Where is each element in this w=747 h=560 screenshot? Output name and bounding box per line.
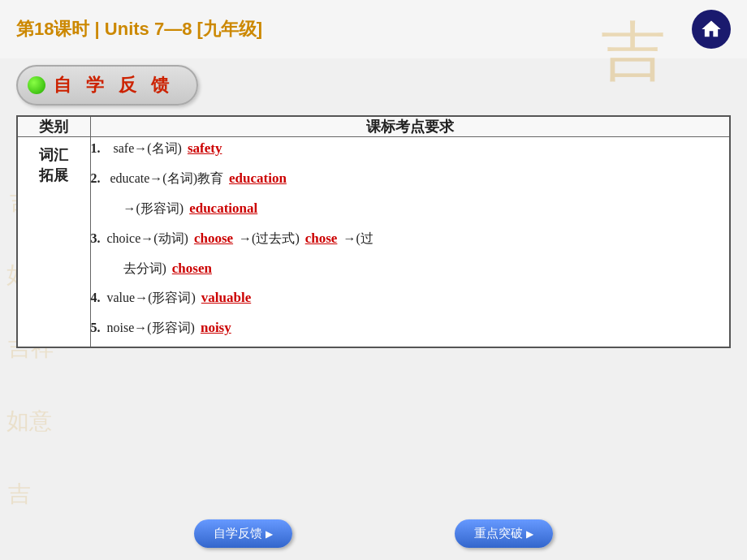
main-table: 类别 课标考点要求 词汇拓展 1. safe→(名词) safety <box>16 115 731 348</box>
answer-choose: choose <box>194 230 233 246</box>
table-row: 词汇拓展 1. safe→(名词) safety 2. educate→( <box>17 137 730 348</box>
item-num-1: 1. <box>91 141 101 155</box>
home-icon <box>700 18 723 41</box>
category-label: 词汇拓展 <box>18 137 90 194</box>
table-header-row: 类别 课标考点要求 <box>17 116 730 137</box>
answer-valuable: valuable <box>201 290 251 305</box>
item-text-2b: →(形容词) <box>123 201 188 215</box>
item-text-3b: →(过去式) <box>239 231 303 245</box>
watermark-stamp-5: 吉 <box>8 479 31 510</box>
item-text-5: noise→(形容词) <box>107 321 198 334</box>
vocab-item-4: 4. value→(形容词) valuable <box>91 286 730 310</box>
vocab-item-2: 2. educate→(名词)教育 education <box>91 167 730 191</box>
category-cell: 词汇拓展 <box>17 137 90 348</box>
watermark-stamp-4: 如意 <box>6 406 52 437</box>
item-text-3d: 去分词) <box>123 261 170 275</box>
item-text-3c: →(过 <box>343 231 373 245</box>
item-num-5: 5. <box>91 321 101 334</box>
item-text-4: value→(形容词) <box>107 291 199 304</box>
banner-label: 自 学 反 馈 <box>54 73 174 97</box>
nav-btn-key-points-label: 重点突破 <box>474 526 523 541</box>
item-num-2: 2. <box>91 171 101 185</box>
answer-safety: safety <box>188 140 222 156</box>
green-dot-icon <box>28 76 45 94</box>
nav-btn-key-points[interactable]: 重点突破 ▶ <box>455 519 553 548</box>
answer-chose: chose <box>305 230 338 246</box>
banner-pill: 自 学 反 馈 <box>16 65 198 106</box>
arrow-icon-2: ▶ <box>526 528 533 540</box>
content-cell: 1. safe→(名词) safety 2. educate→(名词)教育 ed… <box>90 137 730 348</box>
col-header-category: 类别 <box>17 116 90 137</box>
header: 第18课时 | Units 7—8 [九年级] <box>0 0 747 58</box>
main-container: 吉 第18课时 | Units 7—8 [九年级] 自 学 反 馈 吉祥 如意 … <box>0 0 747 560</box>
nav-btn-self-study[interactable]: 自学反馈 ▶ <box>194 519 292 548</box>
answer-educational: educational <box>189 200 257 216</box>
vocab-item-3-cont: 去分词) chosen <box>123 257 730 281</box>
item-num-4: 4. <box>91 291 101 304</box>
vocab-item-5: 5. noise→(形容词) noisy <box>91 317 730 340</box>
vocab-item-1: 1. safe→(名词) safety <box>91 137 730 161</box>
item-text-1: safe→(名词) <box>107 141 185 155</box>
home-button[interactable] <box>692 10 731 49</box>
nav-btn-self-study-label: 自学反馈 <box>214 526 262 541</box>
col-header-content: 课标考点要求 <box>90 116 730 137</box>
item-num-3: 3. <box>91 231 101 245</box>
answer-noisy: noisy <box>201 320 231 335</box>
feedback-banner: 自 学 反 馈 <box>16 65 731 106</box>
answer-education: education <box>229 170 287 186</box>
arrow-icon-1: ▶ <box>266 528 273 540</box>
item-text-3a: choice→(动词) <box>107 231 192 245</box>
vocab-item-2b: →(形容词) educational <box>123 197 730 221</box>
bottom-nav: 自学反馈 ▶ 重点突破 ▶ <box>0 519 747 548</box>
vocab-item-3: 3. choice→(动词) choose →(过去式) chose →(过 <box>91 227 730 251</box>
answer-chosen: chosen <box>172 261 212 276</box>
page-title: 第18课时 | Units 7—8 [九年级] <box>16 17 262 41</box>
item-text-2: educate→(名词)教育 <box>107 171 227 185</box>
content-area: 类别 课标考点要求 词汇拓展 1. safe→(名词) safety <box>16 115 731 348</box>
